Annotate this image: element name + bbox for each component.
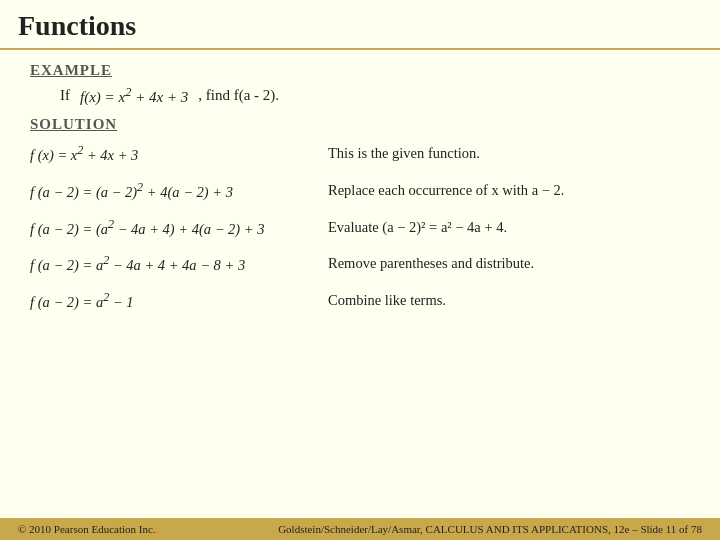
math-step-3: f (a − 2) = (a2 − 4a + 4) + 4(a − 2) + 3 bbox=[30, 217, 310, 238]
example-prefix: If bbox=[60, 87, 70, 104]
math-step-1: f (x) = x2 + 4x + 3 bbox=[30, 143, 310, 164]
steps-grid: f (x) = x2 + 4x + 3 This is the given fu… bbox=[30, 143, 690, 311]
math-step-5: f (a − 2) = a2 − 1 bbox=[30, 290, 310, 311]
page-title: Functions bbox=[0, 0, 720, 50]
example-label: EXAMPLE bbox=[30, 62, 690, 79]
math-step-4: f (a − 2) = a2 − 4a + 4 + 4a − 8 + 3 bbox=[30, 253, 310, 274]
example-statement: If f(x) = x2 + 4x + 3 , find f(a - 2). bbox=[60, 85, 690, 106]
step-desc-4: Remove parentheses and distribute. bbox=[328, 255, 690, 272]
footer-copyright: © 2010 Pearson Education Inc. bbox=[18, 523, 156, 535]
step-desc-3: Evaluate (a − 2)² = a² − 4a + 4. bbox=[328, 219, 690, 236]
example-function: f(x) = x2 + 4x + 3 bbox=[80, 85, 188, 106]
footer: © 2010 Pearson Education Inc. Goldstein/… bbox=[0, 518, 720, 540]
step-desc-2: Replace each occurrence of x with a − 2. bbox=[328, 182, 690, 199]
math-step-2: f (a − 2) = (a − 2)2 + 4(a − 2) + 3 bbox=[30, 180, 310, 201]
solution-label: SOLUTION bbox=[30, 116, 690, 133]
step-desc-1: This is the given function. bbox=[328, 145, 690, 162]
step-desc-5: Combine like terms. bbox=[328, 292, 690, 309]
footer-citation: Goldstein/Schneider/Lay/Asmar, CALCULUS … bbox=[278, 523, 702, 535]
example-suffix: , find f(a - 2). bbox=[198, 87, 279, 104]
main-content: EXAMPLE If f(x) = x2 + 4x + 3 , find f(a… bbox=[0, 50, 720, 321]
